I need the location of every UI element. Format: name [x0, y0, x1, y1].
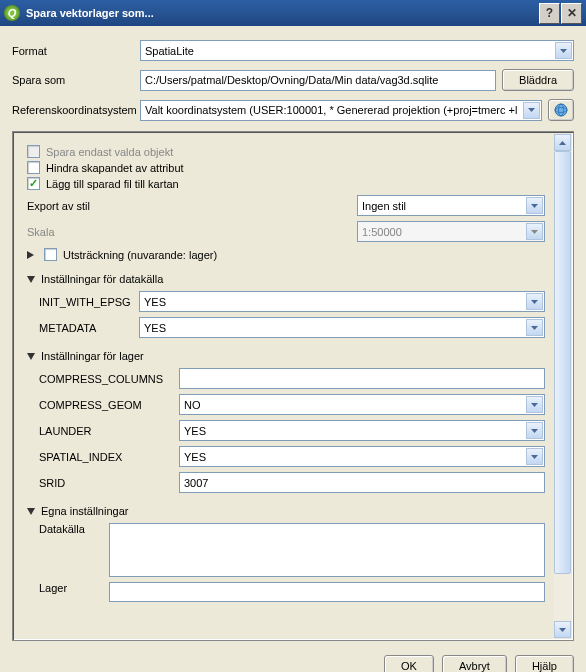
format-label: Format	[12, 45, 140, 57]
scroll-track[interactable]	[554, 151, 571, 621]
scale-combo: 1:50000	[357, 221, 545, 242]
export-style-combo[interactable]: Ingen stil	[357, 195, 545, 216]
scroll-thumb[interactable]	[554, 151, 571, 574]
custom-layer-label: Lager	[39, 582, 109, 594]
app-icon: Q	[4, 5, 20, 21]
metadata-label: METADATA	[39, 322, 139, 334]
chevron-down-icon	[526, 448, 543, 465]
options-panel: Spara endast valda objekt Hindra skapand…	[12, 131, 574, 641]
extent-label: Utsträckning (nuvarande: lager)	[63, 249, 217, 261]
help-button[interactable]: ?	[539, 3, 560, 24]
scale-value: 1:50000	[362, 226, 402, 238]
custom-datasource-label: Datakälla	[39, 523, 109, 535]
init-epsg-label: INIT_WITH_EPSG	[39, 296, 139, 308]
extent-checkbox[interactable]	[44, 248, 57, 261]
ok-button[interactable]: OK	[384, 655, 434, 672]
crs-label: Referenskoordinatsystem	[12, 104, 140, 116]
metadata-combo[interactable]: YES	[139, 317, 545, 338]
compress-cols-input[interactable]	[179, 368, 545, 389]
init-epsg-value: YES	[144, 296, 166, 308]
export-style-value: Ingen stil	[362, 200, 406, 212]
svg-point-0	[555, 104, 567, 116]
add-to-map-checkbox[interactable]	[27, 177, 40, 190]
expand-datasource-toggle[interactable]	[27, 276, 35, 283]
help-button[interactable]: Hjälp	[515, 655, 574, 672]
scale-label: Skala	[27, 226, 357, 238]
prevent-attrs-label: Hindra skapandet av attribut	[46, 162, 184, 174]
saveas-input[interactable]	[140, 70, 496, 91]
expand-custom-toggle[interactable]	[27, 508, 35, 515]
vertical-scrollbar[interactable]	[554, 134, 571, 638]
layer-header: Inställningar för lager	[41, 350, 144, 362]
globe-icon	[553, 102, 569, 118]
launder-combo[interactable]: YES	[179, 420, 545, 441]
chevron-down-icon	[526, 396, 543, 413]
window-title: Spara vektorlager som...	[26, 7, 539, 19]
save-selected-checkbox	[27, 145, 40, 158]
add-to-map-label: Lägg till sparad fil till kartan	[46, 178, 179, 190]
close-button[interactable]: ✕	[561, 3, 582, 24]
format-combo[interactable]: SpatiaLite	[140, 40, 574, 61]
expand-extent-toggle[interactable]	[27, 251, 34, 259]
launder-label: LAUNDER	[39, 425, 179, 437]
compress-geom-combo[interactable]: NO	[179, 394, 545, 415]
crs-combo[interactable]: Valt koordinatsystem (USER:100001, * Gen…	[140, 100, 542, 121]
srid-input[interactable]	[179, 472, 545, 493]
spatial-index-value: YES	[184, 451, 206, 463]
custom-header: Egna inställningar	[41, 505, 128, 517]
srid-label: SRID	[39, 477, 179, 489]
chevron-down-icon	[526, 422, 543, 439]
chevron-down-icon	[523, 102, 540, 119]
dialog-content: Format SpatiaLite Spara som Bläddra Refe…	[0, 26, 586, 649]
compress-geom-value: NO	[184, 399, 201, 411]
crs-value: Valt koordinatsystem (USER:100001, * Gen…	[145, 104, 517, 116]
chevron-down-icon	[526, 197, 543, 214]
init-epsg-combo[interactable]: YES	[139, 291, 545, 312]
format-value: SpatiaLite	[145, 45, 194, 57]
spatial-index-label: SPATIAL_INDEX	[39, 451, 179, 463]
browse-button[interactable]: Bläddra	[502, 69, 574, 91]
datasource-header: Inställningar för datakälla	[41, 273, 163, 285]
scroll-up-icon[interactable]	[554, 134, 571, 151]
custom-layer-textarea[interactable]	[109, 582, 545, 602]
chevron-down-icon	[555, 42, 572, 59]
prevent-attrs-checkbox[interactable]	[27, 161, 40, 174]
export-style-label: Export av stil	[27, 200, 357, 212]
chevron-down-icon	[526, 223, 543, 240]
scroll-down-icon[interactable]	[554, 621, 571, 638]
saveas-label: Spara som	[12, 74, 140, 86]
metadata-value: YES	[144, 322, 166, 334]
spatial-index-combo[interactable]: YES	[179, 446, 545, 467]
launder-value: YES	[184, 425, 206, 437]
crs-picker-button[interactable]	[548, 99, 574, 121]
chevron-down-icon	[526, 319, 543, 336]
chevron-down-icon	[526, 293, 543, 310]
expand-layer-toggle[interactable]	[27, 353, 35, 360]
dialog-buttons: OK Avbryt Hjälp	[0, 649, 586, 672]
custom-datasource-textarea[interactable]	[109, 523, 545, 577]
compress-cols-label: COMPRESS_COLUMNS	[39, 373, 179, 385]
compress-geom-label: COMPRESS_GEOM	[39, 399, 179, 411]
save-selected-label: Spara endast valda objekt	[46, 146, 173, 158]
cancel-button[interactable]: Avbryt	[442, 655, 507, 672]
titlebar: Q Spara vektorlager som... ? ✕	[0, 0, 586, 26]
